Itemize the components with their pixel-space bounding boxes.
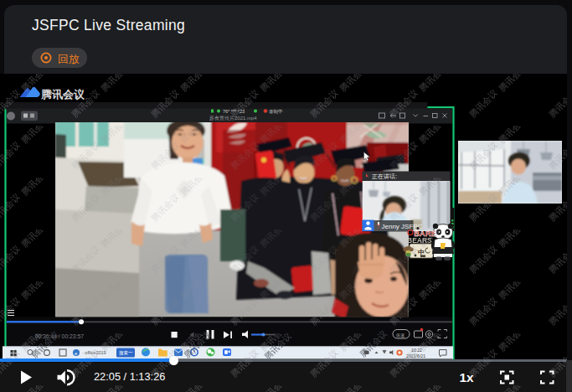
svg-text:倍速: 倍速 xyxy=(395,333,405,338)
svg-text:1x: 1x xyxy=(460,369,475,384)
svg-text:腾讯会议: 腾讯会议 xyxy=(40,88,85,101)
svg-text:76* *** *23: 76* *** *23 xyxy=(223,109,245,114)
svg-text:2021/6/21: 2021/6/21 xyxy=(406,353,425,358)
svg-text:e: e xyxy=(75,350,78,356)
svg-text:苏食宣传片2021.mp4: 苏食宣传片2021.mp4 xyxy=(209,115,257,121)
svg-text:22:05 / 1:13:26: 22:05 / 1:13:26 xyxy=(94,369,165,382)
svg-text:10:22: 10:22 xyxy=(411,348,422,353)
svg-text:录制中: 录制中 xyxy=(269,109,283,115)
svg-text:正在讲话:: 正在讲话: xyxy=(372,173,397,180)
svg-text:BEARS: BEARS xyxy=(407,236,432,245)
svg-text:中: 中 xyxy=(418,249,425,256)
svg-text:搜索一: 搜索一 xyxy=(119,350,133,356)
svg-text:· office2019: · office2019 xyxy=(82,350,106,355)
